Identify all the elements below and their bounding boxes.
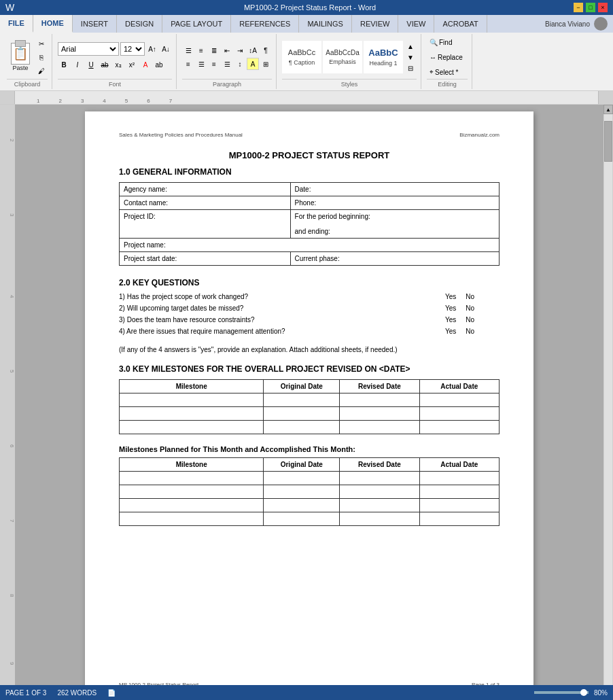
justify-button[interactable]: ☰: [221, 58, 233, 70]
milestones-planned-title: Milestones Planned for This Month and Ac…: [119, 445, 500, 453]
close-button[interactable]: ×: [598, 3, 608, 12]
decrease-indent-button[interactable]: ⇤: [221, 44, 233, 56]
question-1-text: 1) Has the project scope of work changed…: [119, 293, 445, 300]
format-painter-button[interactable]: 🖌: [35, 65, 48, 77]
period-label: For the period beginning:and ending:: [290, 210, 499, 239]
align-left-button[interactable]: ≡: [182, 58, 194, 70]
style-heading1[interactable]: AaBbC Heading 1: [364, 41, 403, 73]
maximize-button[interactable]: □: [586, 3, 595, 12]
table-row: [120, 512, 500, 526]
tab-page-layout[interactable]: PAGE LAYOUT: [162, 15, 231, 33]
page-header-left: Sales & Marketing Policies and Procedure…: [119, 132, 243, 138]
col-revised-date-header: Revised Date: [340, 380, 419, 393]
question-4-text: 4) Are there issues that require managem…: [119, 328, 445, 335]
paste-button[interactable]: 📋 Paste: [7, 41, 34, 73]
styles-scroll-down[interactable]: ▼: [404, 52, 417, 63]
sort-button[interactable]: ↕A: [247, 44, 259, 56]
current-phase-label: Current phase:: [290, 252, 499, 266]
replace-button[interactable]: ↔ Replace: [427, 50, 468, 64]
tab-review[interactable]: REVIEW: [352, 15, 398, 33]
copy-button[interactable]: ⎘: [35, 51, 48, 63]
find-button[interactable]: 🔍 Find: [427, 35, 468, 49]
project-id-label: Project ID:: [120, 210, 291, 239]
styles-expand[interactable]: ⊟: [404, 63, 417, 73]
bullets-button[interactable]: ☰: [182, 44, 194, 56]
table-row: [120, 499, 500, 512]
tab-file[interactable]: FILE: [0, 15, 33, 33]
cut-button[interactable]: ✂: [35, 37, 48, 50]
strikethrough-button[interactable]: ab: [99, 58, 111, 71]
font-family-select[interactable]: Arial: [58, 42, 119, 56]
col-orig-date-header: Original Date: [264, 380, 340, 393]
document-scroll-area[interactable]: Sales & Marketing Policies and Procedure…: [15, 105, 603, 700]
font-grow-button[interactable]: A↑: [146, 43, 158, 55]
planned-col-milestone-header: Milestone: [120, 458, 264, 472]
document-title: MP1000-2 PROJECT STATUS REPORT: [119, 150, 500, 160]
tab-insert[interactable]: INSERT: [73, 15, 117, 33]
milestones-table: Milestone Original Date Revised Date Act…: [119, 379, 500, 434]
zoom-thumb[interactable]: [580, 689, 587, 696]
font-shrink-button[interactable]: A↓: [160, 43, 172, 55]
align-right-button[interactable]: ≡: [208, 58, 220, 70]
milestones-header-row: Milestone Original Date Revised Date Act…: [120, 380, 500, 393]
zoom-level: 80%: [594, 689, 608, 697]
editing-content: 🔍 Find ↔ Replace ⌖ Select *: [427, 35, 468, 79]
scroll-up-arrow[interactable]: ▲: [603, 105, 613, 114]
margin-marker-8: 8: [9, 594, 15, 597]
styles-scroll-up[interactable]: ▲: [404, 41, 417, 52]
paragraph-row-2: ≡ ☰ ≡ ☰ ↕ A ⊞: [182, 58, 272, 70]
title-bar-title: MP1000-2 Project Status Report - Word: [46, 3, 574, 12]
planned-col-orig-header: Original Date: [264, 458, 340, 472]
underline-button[interactable]: U: [85, 58, 97, 71]
show-hide-button[interactable]: ¶: [260, 44, 272, 56]
line-spacing-button[interactable]: ↕: [234, 58, 246, 70]
tab-acrobat[interactable]: ACROBAT: [434, 15, 487, 33]
table-row: Contact name: Phone:: [120, 196, 500, 210]
paragraph-row-1: ☰ ≡ ≣ ⇤ ⇥ ↕A ¶: [182, 44, 272, 56]
tab-design[interactable]: DESIGN: [117, 15, 162, 33]
user-name: Bianca Viviano: [545, 20, 590, 28]
margin-marker-9: 9: [9, 662, 15, 665]
font-size-select[interactable]: 12: [120, 42, 145, 56]
numbering-button[interactable]: ≡: [195, 44, 207, 56]
scroll-thumb[interactable]: [604, 121, 612, 162]
title-bar-controls[interactable]: − □ ×: [574, 3, 608, 12]
style-emphasis[interactable]: AaBbCcDa Emphasis: [323, 41, 362, 73]
find-icon: 🔍: [430, 39, 438, 46]
multilevel-button[interactable]: ≣: [208, 44, 220, 56]
question-row-3: 3) Does the team have resource constrain…: [119, 316, 500, 323]
key-questions-note: (If any of the 4 answers is "yes", provi…: [119, 346, 500, 353]
superscript-button[interactable]: x²: [126, 58, 138, 71]
milestones-planned-table: Milestone Original Date Revised Date Act…: [119, 457, 500, 526]
align-center-button[interactable]: ☰: [195, 58, 207, 70]
scroll-track[interactable]: [604, 114, 612, 693]
text-color-button[interactable]: A: [139, 58, 152, 71]
style-caption[interactable]: AaBbCc ¶ Caption: [282, 41, 321, 73]
clipboard-sub-buttons: ✂ ⎘ 🖌: [35, 37, 48, 77]
questions-section: 1) Has the project scope of work changed…: [119, 293, 500, 335]
yes-no-4: Yes No: [445, 328, 500, 335]
tab-references[interactable]: REFERENCES: [231, 15, 299, 33]
table-row: Agency name: Date:: [120, 183, 500, 196]
ruler-main: 1 2 3 4 5 6 7: [15, 91, 598, 104]
replace-icon: ↔: [430, 54, 436, 61]
highlight-button[interactable]: ab: [153, 58, 165, 71]
tab-view[interactable]: VIEW: [398, 15, 434, 33]
yes-label-2: Yes: [445, 304, 456, 312]
italic-button[interactable]: I: [71, 58, 84, 71]
borders-button[interactable]: ⊞: [260, 58, 272, 70]
page-info: PAGE 1 OF 3: [5, 689, 46, 697]
yes-label-4: Yes: [445, 328, 456, 335]
tab-mailings[interactable]: MAILINGS: [299, 15, 352, 33]
table-row: Project name:: [120, 239, 500, 252]
select-button[interactable]: ⌖ Select *: [427, 65, 468, 79]
yes-label-3: Yes: [445, 316, 456, 323]
tab-home[interactable]: HOME: [33, 15, 73, 33]
bold-button[interactable]: B: [58, 58, 70, 71]
scrollbar-right[interactable]: ▲ ▼: [603, 105, 613, 700]
shading-button[interactable]: A: [247, 58, 259, 70]
minimize-button[interactable]: −: [574, 3, 583, 12]
subscript-button[interactable]: x₂: [112, 58, 124, 71]
zoom-slider[interactable]: [534, 691, 589, 694]
increase-indent-button[interactable]: ⇥: [234, 44, 246, 56]
